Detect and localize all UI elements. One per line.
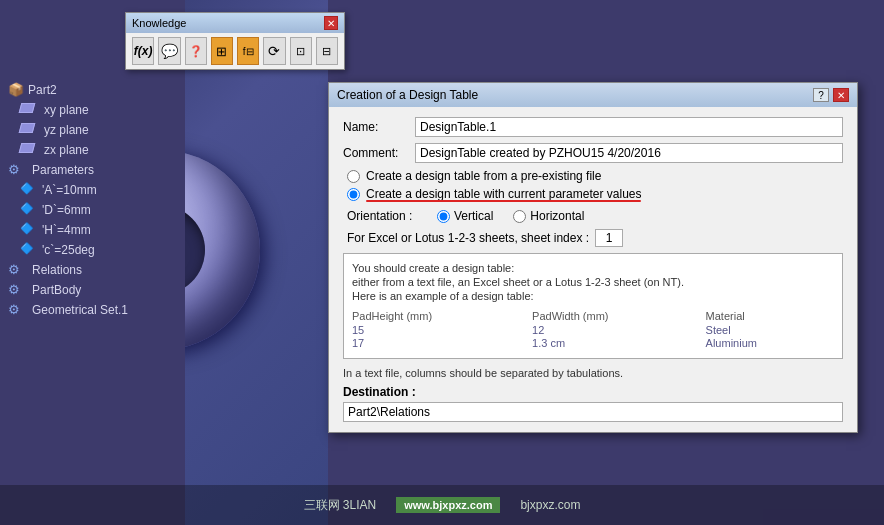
- tree-item-xy[interactable]: xy plane: [0, 100, 185, 120]
- info-line3: Here is an example of a design table:: [352, 290, 834, 302]
- tabulation-note: In a text file, columns should be separa…: [343, 367, 843, 379]
- tree-item-relations[interactable]: ⚙ Relations: [0, 260, 185, 280]
- info-line2: either from a text file, an Excel sheet …: [352, 276, 834, 288]
- watermark-site: www.bjxpxz.com: [404, 499, 492, 511]
- tree-item-params[interactable]: ⚙ Parameters: [0, 160, 185, 180]
- knowledge-titlebar: Knowledge ✕: [126, 13, 344, 33]
- cell-width-1: 12: [532, 324, 705, 337]
- formula2-button[interactable]: f⊟: [237, 37, 259, 65]
- tree-label-yz: yz plane: [44, 123, 89, 137]
- col-header-height: PadHeight (mm): [352, 310, 532, 324]
- comment-row: Comment:: [343, 143, 843, 163]
- orientation-row: Orientation : Vertical Horizontal: [343, 209, 843, 223]
- plane-icon-yz: [20, 122, 36, 138]
- param-c-icon: 🔷: [20, 242, 36, 258]
- table-row: 17 1.3 cm Aluminium: [352, 337, 834, 350]
- watermark-text2: bjxpxz.com: [520, 498, 580, 512]
- sheet-input[interactable]: [595, 229, 623, 247]
- table-icon: ⊞: [216, 44, 227, 59]
- table-header-row: PadHeight (mm) PadWidth (mm) Material: [352, 310, 834, 324]
- radio-existing-file[interactable]: [347, 170, 360, 183]
- tree-label-h: 'H`=4mm: [42, 223, 91, 237]
- col-header-width: PadWidth (mm): [532, 310, 705, 324]
- radio-current-params[interactable]: [347, 188, 360, 201]
- watermark-logo: www.bjxpxz.com: [396, 497, 500, 513]
- design-table-dialog: Creation of a Design Table ? ✕ Name: Com…: [328, 82, 858, 433]
- dialog-help-button[interactable]: ?: [813, 88, 829, 102]
- radio-existing-label: Create a design table from a pre-existin…: [366, 169, 601, 183]
- tree-item-partbody[interactable]: ⚙ PartBody: [0, 280, 185, 300]
- tree-root[interactable]: 📦 Part2: [0, 80, 185, 100]
- comment-input[interactable]: [415, 143, 843, 163]
- plane-icon-zx: [20, 142, 36, 158]
- cell-height-1: 15: [352, 324, 532, 337]
- knowledge-close-button[interactable]: ✕: [324, 16, 338, 30]
- cell-material-2: Aluminium: [706, 337, 834, 350]
- minus-button[interactable]: ⊟: [316, 37, 338, 65]
- tree-item-zx[interactable]: zx plane: [0, 140, 185, 160]
- sheet-label: For Excel or Lotus 1-2-3 sheets, sheet i…: [347, 231, 589, 245]
- formula-button[interactable]: f(x): [132, 37, 154, 65]
- cell-height-2: 17: [352, 337, 532, 350]
- selected-option-wrapper: Create a design table with current param…: [366, 187, 641, 201]
- formula-icon: f(x): [134, 44, 153, 58]
- minus-icon: ⊟: [322, 45, 331, 58]
- radio-current-label: Create a design table with current param…: [366, 187, 641, 201]
- horizontal-option: Horizontal: [513, 209, 584, 223]
- destination-label: Destination :: [343, 385, 843, 399]
- dialog-close-button[interactable]: ✕: [833, 88, 849, 102]
- tree-item-d[interactable]: 🔷 'D`=6mm: [0, 200, 185, 220]
- dialog-title: Creation of a Design Table: [337, 88, 478, 102]
- check-button[interactable]: ⊡: [290, 37, 312, 65]
- dialog-body: Name: Comment: Create a design table fro…: [329, 107, 857, 432]
- params-icon: ⚙: [8, 162, 24, 178]
- refresh-button[interactable]: ⟳: [263, 37, 285, 65]
- dialog-titlebar: Creation of a Design Table ? ✕: [329, 83, 857, 107]
- name-row: Name:: [343, 117, 843, 137]
- tree-item-geoset[interactable]: ⚙ Geometrical Set.1: [0, 300, 185, 320]
- tree-item-a[interactable]: 🔷 'A`=10mm: [0, 180, 185, 200]
- knowledge-window: Knowledge ✕ f(x) 💬 ❓ ⊞ f⊟ ⟳ ⊡ ⊟: [125, 12, 345, 70]
- vertical-radio[interactable]: [437, 210, 450, 223]
- col-header-material: Material: [706, 310, 834, 324]
- formula2-icon: f⊟: [243, 46, 254, 57]
- tree-label-zx: zx plane: [44, 143, 89, 157]
- sheet-row: For Excel or Lotus 1-2-3 sheets, sheet i…: [343, 229, 843, 247]
- table-button[interactable]: ⊞: [211, 37, 233, 65]
- destination-input[interactable]: [343, 402, 843, 422]
- tree-label-xy: xy plane: [44, 103, 89, 117]
- tree-label-geoset: Geometrical Set.1: [32, 303, 128, 317]
- tree-panel: 📦 Part2 xy plane yz plane zx plane ⚙ Par…: [0, 0, 185, 525]
- name-input[interactable]: [415, 117, 843, 137]
- refresh-icon: ⟳: [268, 43, 280, 59]
- radio-row-2: Create a design table with current param…: [343, 187, 843, 201]
- knowledge-toolbar: f(x) 💬 ❓ ⊞ f⊟ ⟳ ⊡ ⊟: [126, 33, 344, 69]
- radio-row-1: Create a design table from a pre-existin…: [343, 169, 843, 183]
- orientation-label: Orientation :: [347, 209, 437, 223]
- check-icon: ⊡: [296, 45, 305, 58]
- horizontal-radio[interactable]: [513, 210, 526, 223]
- geoset-icon: ⚙: [8, 302, 24, 318]
- tree-label-partbody: PartBody: [32, 283, 81, 297]
- red-underline: [366, 200, 641, 202]
- tree-item-yz[interactable]: yz plane: [0, 120, 185, 140]
- tree-label-params: Parameters: [32, 163, 94, 177]
- plane-icon-xy: [20, 102, 36, 118]
- param-a-icon: 🔷: [20, 182, 36, 198]
- part-icon: 📦: [8, 82, 24, 98]
- vertical-label: Vertical: [454, 209, 493, 223]
- comment-label: Comment:: [343, 146, 415, 160]
- watermark-text1: 三联网 3LIAN: [304, 497, 377, 514]
- tree-item-h[interactable]: 🔷 'H`=4mm: [0, 220, 185, 240]
- tree-item-c[interactable]: 🔷 'c`=25deg: [0, 240, 185, 260]
- cell-width-2: 1.3 cm: [532, 337, 705, 350]
- comment-button[interactable]: 💬: [158, 37, 180, 65]
- tree-label-a: 'A`=10mm: [42, 183, 97, 197]
- knowledge-title: Knowledge: [132, 17, 186, 29]
- help-button[interactable]: ❓: [185, 37, 207, 65]
- tree-root-label: Part2: [28, 83, 57, 97]
- tree-label-c: 'c`=25deg: [42, 243, 95, 257]
- param-h-icon: 🔷: [20, 222, 36, 238]
- name-label: Name:: [343, 120, 415, 134]
- dialog-title-buttons: ? ✕: [813, 88, 849, 102]
